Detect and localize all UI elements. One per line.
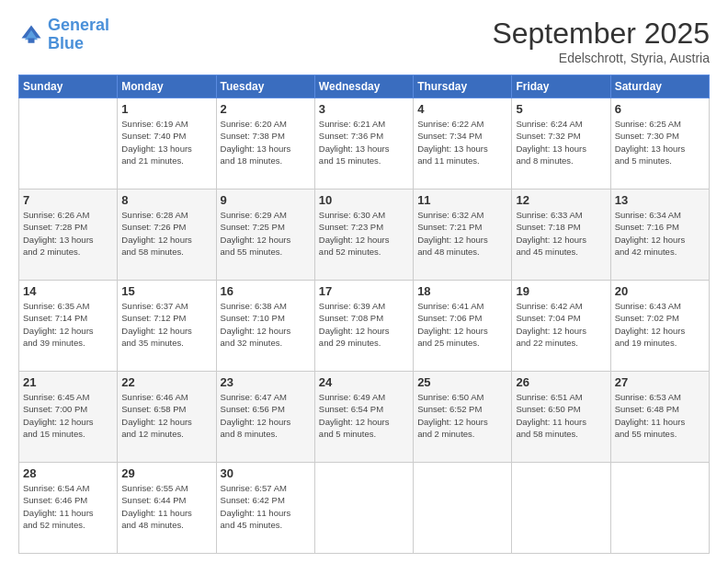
calendar-cell: 2Sunrise: 6:20 AM Sunset: 7:38 PM Daylig… (216, 98, 314, 190)
calendar-week-2: 14Sunrise: 6:35 AM Sunset: 7:14 PM Dayli… (19, 281, 710, 372)
calendar-cell: 13Sunrise: 6:34 AM Sunset: 7:16 PM Dayli… (610, 190, 709, 281)
calendar-cell (314, 463, 413, 554)
day-info: Sunrise: 6:33 AM Sunset: 7:18 PM Dayligh… (516, 209, 606, 258)
weekday-row: SundayMondayTuesdayWednesdayThursdayFrid… (19, 75, 710, 98)
calendar-cell: 18Sunrise: 6:41 AM Sunset: 7:06 PM Dayli… (414, 281, 512, 372)
month-title: September 2025 (492, 17, 710, 51)
calendar-cell (414, 463, 512, 554)
day-number: 22 (121, 375, 211, 389)
calendar-cell: 12Sunrise: 6:33 AM Sunset: 7:18 PM Dayli… (512, 190, 610, 281)
calendar-cell: 4Sunrise: 6:22 AM Sunset: 7:34 PM Daylig… (414, 98, 512, 190)
logo: General Blue (18, 17, 109, 53)
day-number: 25 (417, 375, 507, 389)
day-info: Sunrise: 6:28 AM Sunset: 7:26 PM Dayligh… (121, 209, 211, 258)
calendar-cell: 10Sunrise: 6:30 AM Sunset: 7:23 PM Dayli… (314, 190, 413, 281)
logo-line2: Blue (48, 34, 84, 52)
calendar-cell: 30Sunrise: 6:57 AM Sunset: 6:42 PM Dayli… (216, 463, 314, 554)
day-info: Sunrise: 6:32 AM Sunset: 7:21 PM Dayligh… (417, 209, 507, 258)
calendar-cell: 16Sunrise: 6:38 AM Sunset: 7:10 PM Dayli… (216, 281, 314, 372)
calendar-cell: 5Sunrise: 6:24 AM Sunset: 7:32 PM Daylig… (512, 98, 610, 190)
day-info: Sunrise: 6:54 AM Sunset: 6:46 PM Dayligh… (23, 482, 113, 531)
day-number: 14 (23, 284, 113, 298)
calendar-cell: 21Sunrise: 6:45 AM Sunset: 7:00 PM Dayli… (19, 372, 118, 463)
day-info: Sunrise: 6:41 AM Sunset: 7:06 PM Dayligh… (417, 300, 507, 349)
day-number: 29 (121, 466, 211, 480)
calendar-cell: 24Sunrise: 6:49 AM Sunset: 6:54 PM Dayli… (314, 372, 413, 463)
header: General Blue September 2025 Edelschrott,… (18, 17, 710, 65)
day-number: 19 (516, 284, 606, 298)
calendar-cell: 19Sunrise: 6:42 AM Sunset: 7:04 PM Dayli… (512, 281, 610, 372)
day-number: 9 (221, 193, 311, 207)
day-number: 28 (23, 466, 113, 480)
day-info: Sunrise: 6:47 AM Sunset: 6:56 PM Dayligh… (221, 391, 311, 440)
calendar-header: SundayMondayTuesdayWednesdayThursdayFrid… (19, 75, 710, 98)
weekday-header-thursday: Thursday (414, 75, 512, 98)
calendar-cell: 17Sunrise: 6:39 AM Sunset: 7:08 PM Dayli… (314, 281, 413, 372)
weekday-header-sunday: Sunday (19, 75, 118, 98)
calendar-week-3: 21Sunrise: 6:45 AM Sunset: 7:00 PM Dayli… (19, 372, 710, 463)
page: General Blue September 2025 Edelschrott,… (0, 0, 728, 563)
day-info: Sunrise: 6:53 AM Sunset: 6:48 PM Dayligh… (615, 391, 705, 440)
calendar-cell (19, 98, 118, 190)
calendar-body: 1Sunrise: 6:19 AM Sunset: 7:40 PM Daylig… (19, 98, 710, 554)
day-number: 7 (23, 193, 113, 207)
day-number: 3 (319, 102, 409, 116)
day-info: Sunrise: 6:37 AM Sunset: 7:12 PM Dayligh… (121, 300, 211, 349)
day-number: 10 (319, 193, 409, 207)
weekday-header-wednesday: Wednesday (314, 75, 413, 98)
day-info: Sunrise: 6:34 AM Sunset: 7:16 PM Dayligh… (615, 209, 705, 258)
location: Edelschrott, Styria, Austria (492, 51, 710, 65)
day-info: Sunrise: 6:20 AM Sunset: 7:38 PM Dayligh… (221, 118, 311, 167)
day-info: Sunrise: 6:45 AM Sunset: 7:00 PM Dayligh… (23, 391, 113, 440)
title-block: September 2025 Edelschrott, Styria, Aust… (492, 17, 710, 65)
day-number: 23 (221, 375, 311, 389)
day-number: 30 (221, 466, 311, 480)
day-number: 6 (615, 102, 705, 116)
calendar-cell: 9Sunrise: 6:29 AM Sunset: 7:25 PM Daylig… (216, 190, 314, 281)
day-info: Sunrise: 6:49 AM Sunset: 6:54 PM Dayligh… (319, 391, 409, 440)
day-info: Sunrise: 6:30 AM Sunset: 7:23 PM Dayligh… (319, 209, 409, 258)
day-number: 8 (121, 193, 211, 207)
calendar-cell: 29Sunrise: 6:55 AM Sunset: 6:44 PM Dayli… (118, 463, 216, 554)
day-info: Sunrise: 6:35 AM Sunset: 7:14 PM Dayligh… (23, 300, 113, 349)
day-info: Sunrise: 6:29 AM Sunset: 7:25 PM Dayligh… (221, 209, 311, 258)
calendar-cell: 22Sunrise: 6:46 AM Sunset: 6:58 PM Dayli… (118, 372, 216, 463)
day-info: Sunrise: 6:22 AM Sunset: 7:34 PM Dayligh… (417, 118, 507, 167)
day-number: 16 (221, 284, 311, 298)
logo-icon (18, 22, 44, 48)
day-number: 21 (23, 375, 113, 389)
svg-rect-2 (28, 38, 35, 42)
day-info: Sunrise: 6:43 AM Sunset: 7:02 PM Dayligh… (615, 300, 705, 349)
calendar-cell: 25Sunrise: 6:50 AM Sunset: 6:52 PM Dayli… (414, 372, 512, 463)
day-info: Sunrise: 6:38 AM Sunset: 7:10 PM Dayligh… (221, 300, 311, 349)
calendar-cell: 15Sunrise: 6:37 AM Sunset: 7:12 PM Dayli… (118, 281, 216, 372)
day-info: Sunrise: 6:19 AM Sunset: 7:40 PM Dayligh… (121, 118, 211, 167)
calendar-cell: 7Sunrise: 6:26 AM Sunset: 7:28 PM Daylig… (19, 190, 118, 281)
day-number: 18 (417, 284, 507, 298)
day-number: 27 (615, 375, 705, 389)
day-number: 26 (516, 375, 606, 389)
calendar-week-0: 1Sunrise: 6:19 AM Sunset: 7:40 PM Daylig… (19, 98, 710, 190)
calendar-table: SundayMondayTuesdayWednesdayThursdayFrid… (18, 75, 710, 554)
day-info: Sunrise: 6:24 AM Sunset: 7:32 PM Dayligh… (516, 118, 606, 167)
weekday-header-saturday: Saturday (610, 75, 709, 98)
day-info: Sunrise: 6:21 AM Sunset: 7:36 PM Dayligh… (319, 118, 409, 167)
day-number: 2 (221, 102, 311, 116)
day-number: 1 (121, 102, 211, 116)
day-number: 15 (121, 284, 211, 298)
day-info: Sunrise: 6:39 AM Sunset: 7:08 PM Dayligh… (319, 300, 409, 349)
day-number: 11 (417, 193, 507, 207)
calendar-cell: 14Sunrise: 6:35 AM Sunset: 7:14 PM Dayli… (19, 281, 118, 372)
logo-text: General Blue (48, 17, 109, 53)
calendar-cell: 26Sunrise: 6:51 AM Sunset: 6:50 PM Dayli… (512, 372, 610, 463)
calendar-cell: 6Sunrise: 6:25 AM Sunset: 7:30 PM Daylig… (610, 98, 709, 190)
weekday-header-monday: Monday (118, 75, 216, 98)
day-number: 5 (516, 102, 606, 116)
day-number: 20 (615, 284, 705, 298)
calendar-cell: 28Sunrise: 6:54 AM Sunset: 6:46 PM Dayli… (19, 463, 118, 554)
calendar-cell: 23Sunrise: 6:47 AM Sunset: 6:56 PM Dayli… (216, 372, 314, 463)
day-number: 17 (319, 284, 409, 298)
day-info: Sunrise: 6:26 AM Sunset: 7:28 PM Dayligh… (23, 209, 113, 258)
day-number: 4 (417, 102, 507, 116)
calendar-cell: 3Sunrise: 6:21 AM Sunset: 7:36 PM Daylig… (314, 98, 413, 190)
